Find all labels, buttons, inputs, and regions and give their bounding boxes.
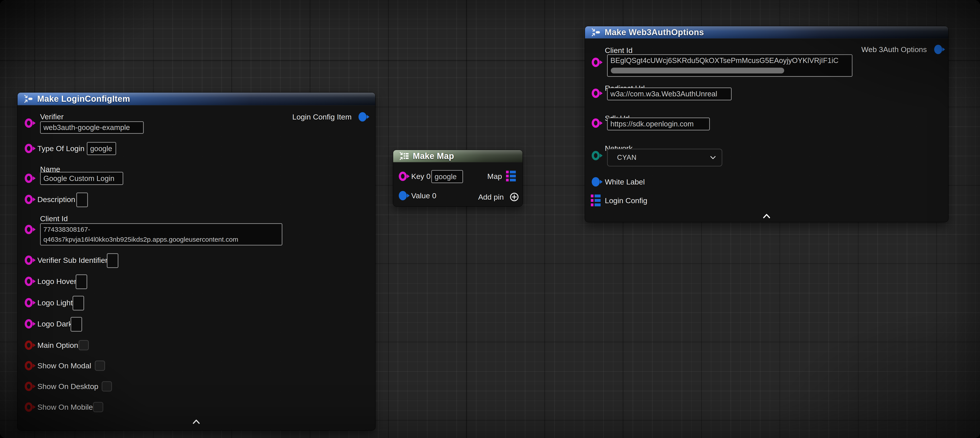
pin-label-client-id: Client Id — [40, 214, 68, 223]
show-on-modal-checkbox[interactable] — [95, 360, 105, 371]
pin-key-0[interactable] — [399, 172, 407, 181]
pin-label-show-on-desktop: Show On Desktop — [37, 382, 99, 391]
description-input[interactable] — [76, 193, 88, 207]
show-on-mobile-checkbox[interactable] — [93, 402, 103, 412]
node-title: Make LoginConfigItem — [37, 94, 130, 104]
pin-label-main-option: Main Option — [37, 341, 78, 350]
add-pin-label: Add pin — [478, 192, 504, 202]
pin-label-show-on-modal: Show On Modal — [37, 361, 91, 370]
node-header[interactable]: Make LoginConfigItem — [18, 92, 375, 105]
network-dropdown[interactable]: CYAN — [607, 149, 722, 166]
make-struct-icon — [590, 27, 601, 38]
pin-label-logo-dark: Logo Dark — [37, 319, 72, 328]
pin-logo-hover[interactable] — [25, 277, 33, 286]
pin-verifier-sub-identifier[interactable] — [25, 255, 33, 265]
pin-out-map-grid-icon[interactable] — [506, 170, 516, 182]
pin-main-option[interactable] — [25, 341, 33, 350]
pin-label-verifier-sub-identifier: Verifier Sub Identifier — [37, 255, 108, 265]
client-id-input[interactable]: 774338308167-q463s7kpvja16l4l0kko3nb925i… — [40, 223, 282, 245]
logo-dark-input[interactable] — [70, 317, 82, 331]
pin-label-logo-hover: Logo Hover — [37, 277, 76, 286]
redirect-url-input[interactable]: w3a://com.w3a.Web3AuthUnreal — [607, 88, 732, 100]
pin-label-login-config: Login Config — [605, 196, 648, 205]
node-make-login-config-item[interactable]: Make LoginConfigItem Login Config Item V… — [18, 92, 375, 430]
pin-label-description: Description — [37, 195, 75, 204]
pin-label-web3auth-options: Web 3Auth Options — [861, 45, 927, 54]
collapse-node-chevron-up-icon[interactable] — [192, 419, 200, 424]
type-of-login-input-text: google — [90, 145, 112, 153]
pin-value-0[interactable] — [399, 191, 407, 200]
logo-hover-input[interactable] — [76, 274, 87, 289]
node-make-map[interactable]: Make Map Key 0 google Map Value 0 Add pi… — [393, 150, 522, 206]
name-input[interactable]: Google Custom Login — [40, 172, 123, 185]
pin-redirect-url[interactable] — [592, 89, 600, 98]
pin-logo-light[interactable] — [25, 298, 33, 307]
pin-label-type-of-login: Type Of Login — [37, 144, 84, 153]
client-id-horizontal-scrollbar[interactable] — [611, 68, 784, 73]
sdk-url-input-text: https://sdk.openlogin.com — [610, 120, 694, 128]
pin-sdk-url[interactable] — [592, 118, 600, 128]
pin-label-map: Map — [487, 172, 502, 181]
pin-label-client-id: Client Id — [605, 46, 633, 55]
wire-layer — [0, 0, 67, 33]
pin-show-on-modal[interactable] — [25, 361, 33, 370]
client-id-input-text: BEglQSgt4cUWcj6SKRdu5QkOXTsePmMcusG5EAoy… — [610, 56, 838, 65]
show-on-desktop-checkbox[interactable] — [102, 381, 112, 392]
pin-show-on-mobile[interactable] — [25, 402, 33, 412]
pin-label-show-on-mobile: Show On Mobile — [37, 402, 93, 412]
sdk-url-input[interactable]: https://sdk.openlogin.com — [607, 118, 710, 131]
verifier-input[interactable]: web3auth-google-example — [40, 121, 144, 134]
pin-label-white-label: White Label — [605, 177, 645, 186]
verifier-input-text: web3auth-google-example — [43, 123, 130, 132]
make-map-icon — [399, 151, 409, 161]
pin-login-config-map-grid-icon[interactable] — [591, 194, 601, 207]
verifier-sub-identifier-input[interactable] — [107, 253, 118, 268]
logo-light-input[interactable] — [73, 296, 84, 311]
node-title: Make Web3AuthOptions — [605, 28, 704, 37]
name-input-text: Google Custom Login — [43, 174, 115, 183]
blueprint-graph-canvas[interactable]: Make LoginConfigItem Login Config Item V… — [0, 0, 980, 438]
pin-description[interactable] — [25, 195, 33, 204]
make-struct-icon — [23, 94, 33, 104]
pin-logo-dark[interactable] — [25, 319, 33, 328]
add-pin-plus-circle-icon[interactable] — [509, 192, 519, 202]
pin-client-id[interactable] — [592, 57, 600, 67]
node-make-web3auth-options[interactable]: Make Web3AuthOptions Web 3Auth Options C… — [585, 26, 948, 222]
pin-label-verifier: Verifier — [40, 112, 64, 121]
pin-out-web3auth-options[interactable] — [934, 45, 942, 54]
pin-client-id[interactable] — [25, 225, 33, 234]
pin-name[interactable] — [25, 174, 33, 183]
main-option-checkbox[interactable] — [78, 340, 89, 350]
collapse-node-chevron-up-icon[interactable] — [763, 213, 770, 218]
key-0-input-text: google — [434, 172, 457, 181]
node-title: Make Map — [413, 151, 454, 161]
client-id-input-text: 774338308167-q463s7kpvja16l4l0kko3nb925i… — [43, 226, 238, 243]
node-header[interactable]: Make Map — [393, 150, 522, 162]
client-id-input[interactable]: BEglQSgt4cUWcj6SKRdu5QkOXTsePmMcusG5EAoy… — [607, 54, 853, 77]
pin-label-value-0: Value 0 — [411, 191, 436, 200]
node-header[interactable]: Make Web3AuthOptions — [585, 26, 948, 39]
pin-out-login-config-item[interactable] — [358, 112, 366, 121]
chevron-down-icon — [710, 156, 716, 159]
pin-label-logo-light: Logo Light — [37, 298, 73, 307]
key-0-input[interactable]: google — [431, 170, 463, 183]
pin-verifier[interactable] — [25, 118, 33, 128]
pin-network[interactable] — [592, 151, 600, 160]
network-dropdown-value: CYAN — [617, 154, 636, 162]
pin-label-login-config-item: Login Config Item — [293, 112, 352, 121]
type-of-login-input[interactable]: google — [87, 142, 116, 155]
pin-show-on-desktop[interactable] — [25, 382, 33, 391]
pin-white-label[interactable] — [592, 177, 600, 186]
redirect-url-input-text: w3a://com.w3a.Web3AuthUnreal — [610, 90, 717, 98]
pin-type-of-login[interactable] — [25, 144, 33, 153]
pin-label-key-0: Key 0 — [411, 172, 431, 181]
